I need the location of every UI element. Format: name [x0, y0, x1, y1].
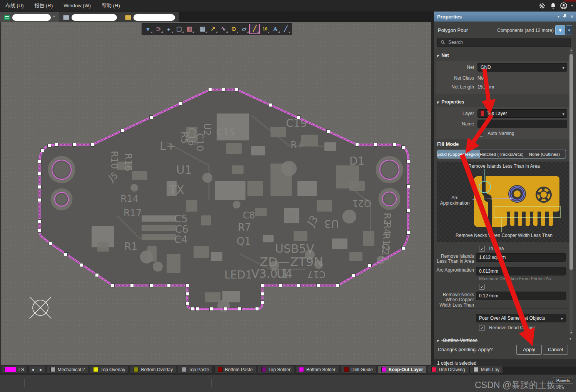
menu-routing[interactable]: 布线 (U) [0, 0, 29, 12]
polygon-vertex-handle[interactable] [297, 116, 301, 119]
polygon-vertex-handle[interactable] [261, 292, 264, 296]
panel-pin-icon[interactable] [563, 14, 567, 19]
arc-approx-input[interactable]: 0.013mm [476, 267, 566, 275]
polygon-vertex-handle[interactable] [210, 307, 213, 311]
polygon-vertex-handle[interactable] [352, 274, 356, 277]
polygon-vertex-handle[interactable] [130, 284, 134, 287]
account-caret-icon[interactable]: ▾ [571, 4, 573, 8]
polygon-vertex-handle[interactable] [407, 209, 410, 213]
polygon-vertex-handle[interactable] [150, 116, 153, 119]
polygon-vertex-handle[interactable] [317, 284, 320, 287]
doc-tab-document[interactable] [121, 12, 179, 22]
polygon-vertex-handle[interactable] [368, 264, 372, 267]
polygon-vertex-handle[interactable] [191, 307, 194, 311]
polygon-vertex-handle[interactable] [38, 185, 42, 189]
polygon-vertex-handle[interactable] [186, 302, 189, 305]
polygon-vertex-handle[interactable] [238, 307, 242, 311]
polygon-vertex-handle[interactable] [38, 160, 42, 163]
align-tool-icon[interactable]: ▥ [185, 24, 194, 33]
polygon-vertex-handle[interactable] [261, 284, 264, 287]
differential-pair-icon[interactable]: ∿ [219, 24, 228, 33]
name-input[interactable] [477, 120, 567, 128]
panel-close-icon[interactable]: ✕ [570, 14, 574, 19]
layer-tab-top-overlay[interactable]: Top Overlay [90, 366, 129, 374]
polygon-vertex-handle[interactable] [356, 143, 359, 147]
polygon-vertex-handle[interactable] [407, 185, 410, 188]
polygon-vertex-handle[interactable] [261, 301, 264, 304]
remove-necks-input[interactable]: 0.127mm [476, 292, 566, 300]
snap-magnet-icon[interactable]: ⊃ [154, 24, 163, 33]
section-properties-header[interactable]: ◤Properties [437, 99, 464, 105]
polygon-vertex-handle[interactable] [111, 284, 115, 287]
polygon-vertex-handle[interactable] [279, 284, 282, 287]
doc-tab-pcb[interactable]: * [0, 12, 59, 22]
fill-mode-none[interactable]: None (Outlines) [523, 150, 566, 158]
polygon-vertex-handle[interactable] [222, 88, 225, 92]
panel-title-bar[interactable]: Properties ▾ ✕ [434, 12, 576, 22]
section-net-header[interactable]: ◤Net [437, 53, 449, 58]
in-area-checkbox[interactable]: ✓ [479, 246, 485, 252]
polygon-pour-icon[interactable]: ▱ [239, 24, 249, 33]
pcb-board[interactable]: C16C10R5R10R16L+C15C19R+U2D1U1TXJ5R14R17… [1, 22, 431, 365]
polygon-vertex-handle[interactable] [38, 220, 42, 223]
polygon-vertex-handle[interactable] [196, 307, 199, 311]
menu-reports[interactable]: 报告 (R) [29, 0, 58, 12]
layer-tab-top-paste[interactable]: Top Paste [178, 366, 212, 374]
scope-filter-button[interactable]: ▼ [555, 25, 565, 35]
route-icon[interactable]: ↗ [208, 24, 218, 33]
polygon-vertex-handle[interactable] [80, 264, 83, 267]
notifications-bell-icon[interactable] [549, 2, 556, 9]
polygon-vertex-handle[interactable] [327, 130, 330, 133]
polygon-vertex-handle[interactable] [407, 231, 410, 235]
fill-mode-solid[interactable]: Solid (Copper Region) [437, 150, 480, 158]
polygon-vertex-handle[interactable] [121, 129, 124, 133]
layer-tab-mechanical2[interactable]: Mechanical 2 [47, 366, 88, 374]
polygon-vertex-handle[interactable] [38, 199, 42, 202]
polygon-vertex-handle[interactable] [179, 102, 183, 105]
section-outline-vertices-header[interactable]: ◤ Outline Vertices [437, 338, 477, 342]
polygon-vertex-handle[interactable] [374, 143, 377, 147]
search-input[interactable]: Search [437, 38, 571, 47]
layer-tab-top-solder[interactable]: Top Solder [258, 366, 294, 374]
crosshair-icon[interactable]: + [164, 24, 174, 33]
polygon-vertex-handle[interactable] [297, 284, 301, 287]
layer-tab-bottom-overlay[interactable]: Bottom Overlay [130, 366, 176, 374]
polygon-vertex-handle[interactable] [209, 88, 212, 92]
layer-scroll-left-icon[interactable]: ◀ [30, 368, 36, 372]
polygon-vertex-handle[interactable] [55, 143, 58, 147]
pour-over-dropdown[interactable]: Pour Over All Same Net Objects [476, 314, 566, 322]
scroll-down-icon[interactable]: ▼ [569, 331, 573, 334]
apply-button[interactable]: Apply [516, 345, 542, 355]
polygon-vertex-handle[interactable] [91, 143, 94, 147]
polygon-vertex-handle[interactable] [48, 144, 51, 148]
menu-help[interactable]: 帮助 (H) [96, 0, 125, 12]
scope-label[interactable]: Components (and 12 more) [497, 28, 554, 33]
polygon-vertex-handle[interactable] [150, 284, 153, 287]
net-dropdown[interactable]: GND [477, 63, 567, 72]
dimension-icon[interactable]: 10 [260, 24, 270, 33]
polygon-vertex-handle[interactable] [38, 172, 42, 176]
polygon-vertex-handle[interactable] [186, 292, 189, 296]
polygon-vertex-handle[interactable] [186, 284, 189, 287]
cancel-button[interactable]: Cancel [543, 345, 568, 355]
filter-icon[interactable]: ▼ [143, 24, 153, 33]
fill-mode-hatched[interactable]: Hatched (Tracks/Arcs) [480, 150, 523, 158]
layer-tab-bottom-solder[interactable]: Bottom Solder [296, 366, 339, 374]
polygon-vertex-handle[interactable] [49, 242, 52, 245]
polygon-vertex-handle[interactable] [41, 149, 44, 152]
layer-dropdown[interactable]: Top Layer [477, 109, 567, 118]
menu-window[interactable]: Window (W) [58, 0, 96, 12]
remove-dead-copper-checkbox[interactable]: ✓ [479, 325, 485, 331]
polygon-vertex-handle[interactable] [167, 284, 171, 287]
polygon-vertex-handle[interactable] [393, 143, 396, 147]
layer-tab-keepout[interactable]: Keep-Out Layer [378, 366, 426, 374]
layer-tab-drill-guide[interactable]: Drill Guide [341, 366, 376, 374]
layer-current-ls[interactable]: LS [2, 366, 27, 374]
polygon-vertex-handle[interactable] [95, 274, 99, 277]
layer-tab-multi-layer[interactable]: Multi-Lay [470, 366, 503, 374]
auto-naming-checkbox[interactable]: ✓ [477, 131, 483, 137]
settings-gear-icon[interactable] [539, 2, 546, 9]
select-area-icon[interactable]: ▢ [174, 24, 184, 33]
polygon-vertex-handle[interactable] [73, 143, 76, 147]
polygon-vertex-handle[interactable] [38, 229, 42, 233]
